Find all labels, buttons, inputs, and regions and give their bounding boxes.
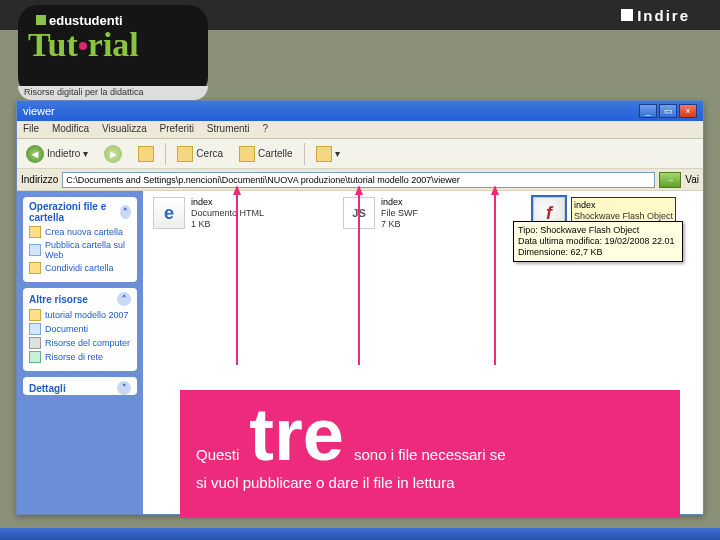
file-size: 1 KB [191,219,264,230]
menu-help[interactable]: ? [262,123,268,134]
window-title: viewer [23,105,55,117]
forward-button[interactable]: ► [99,142,127,166]
tutorial-word: Tutrial [28,26,198,64]
callout-emphasis: tre [249,400,344,470]
menu-tools[interactable]: Strumenti [207,123,250,134]
tutorial-callout: Questi tre sono i file necessari se si v… [180,390,680,518]
file-tooltip: Tipo: Shockwave Flash Object Data ultima… [513,221,683,262]
menu-file[interactable]: File [23,123,39,134]
share-icon [29,262,41,274]
collapse-icon[interactable]: ˄ [120,205,131,219]
callout-text-post: sono i file necessari se [354,446,506,463]
file-name: index [574,200,673,211]
dot-icon [79,42,87,50]
place-parent[interactable]: tutorial modello 2007 [29,309,131,321]
panel-file-ops: Operazioni file e cartella˄ Crea nuova c… [23,197,137,282]
place-computer[interactable]: Risorse del computer [29,337,131,349]
expand-icon[interactable]: ˅ [117,381,131,395]
folder-icon [29,309,41,321]
close-button[interactable]: × [679,104,697,118]
html-file-icon [153,197,185,229]
search-button[interactable]: Cerca [172,143,228,165]
task-share[interactable]: Condividi cartella [29,262,131,274]
documents-icon [29,323,41,335]
forward-icon: ► [104,145,122,163]
callout-arrow-icon [491,185,499,195]
file-name: index [191,197,264,208]
callout-line2: si vuol pubblicare o dare il file in let… [196,474,664,491]
folder-icon [29,226,41,238]
publish-icon [29,244,41,256]
panel-other-places: Altre risorse˄ tutorial modello 2007 Doc… [23,288,137,371]
task-new-folder[interactable]: Crea nuova cartella [29,226,131,238]
task-publish[interactable]: Pubblica cartella sul Web [29,240,131,260]
file-type: File SWF [381,208,418,219]
collapse-icon[interactable]: ˄ [117,292,131,306]
place-documents[interactable]: Documenti [29,323,131,335]
tasks-sidebar: Operazioni file e cartella˄ Crea nuova c… [17,191,143,514]
menu-favorites[interactable]: Preferiti [160,123,194,134]
logo-subtitle: Risorse digitali per la didattica [18,86,208,100]
maximize-button[interactable]: ▭ [659,104,677,118]
callout-arrow-icon [233,185,241,195]
file-name: index [381,197,418,208]
panel-details: Dettagli˅ [23,377,137,395]
folders-button[interactable]: Cartelle [234,143,297,165]
minimize-button[interactable]: _ [639,104,657,118]
toolbar: ◄Indietro ▾ ► Cerca Cartelle ▾ [17,139,703,169]
up-icon [138,146,154,162]
tutorial-logo-block: edustudenti Tutrial [18,5,208,97]
views-button[interactable]: ▾ [311,143,345,165]
views-icon [316,146,332,162]
callout-text-pre: Questi [196,446,239,463]
file-size: 7 KB [381,219,418,230]
up-button[interactable] [133,143,159,165]
panel-title: Operazioni file e cartella [29,201,120,223]
go-button[interactable]: → [659,172,681,188]
panel-title: Altre risorse [29,294,88,305]
menu-edit[interactable]: Modifica [52,123,89,134]
menubar: File Modifica Visualizza Preferiti Strum… [17,121,703,139]
indire-logo: Indire [621,7,690,24]
address-label: Indirizzo [21,174,58,185]
callout-arrow-icon [355,185,363,195]
window-titlebar[interactable]: viewer _ ▭ × [17,101,703,121]
computer-icon [29,337,41,349]
taskbar-sliver [0,528,720,540]
panel-title: Dettagli [29,383,66,394]
back-button[interactable]: ◄Indietro ▾ [21,142,93,166]
folders-icon [239,146,255,162]
go-label: Vai [685,174,699,185]
place-network[interactable]: Risorse di rete [29,351,131,363]
file-type: Documento HTML [191,208,264,219]
network-icon [29,351,41,363]
menu-view[interactable]: Visualizza [102,123,147,134]
back-icon: ◄ [26,145,44,163]
search-icon [177,146,193,162]
